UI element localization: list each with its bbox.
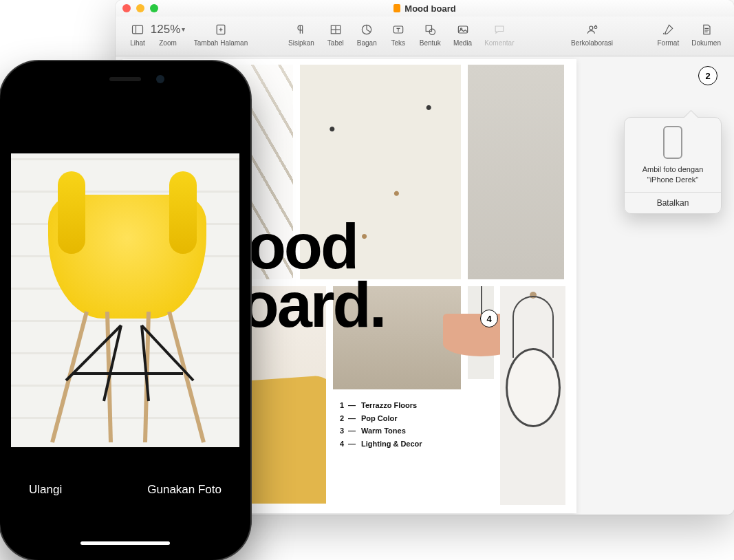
- svg-line-25: [169, 312, 204, 442]
- continuity-camera-popover: Ambil foto dengan"iPhone Derek" Batalkan: [624, 117, 722, 214]
- zoom-value: 125%▾: [160, 22, 175, 37]
- collaborate-label: Berkolaborasi: [571, 39, 613, 47]
- comment-icon: [492, 22, 507, 37]
- mirror-circle: [506, 348, 561, 427]
- shape-label: Bentuk: [420, 39, 441, 47]
- svg-point-11: [429, 29, 435, 34]
- lamp-cord: [481, 286, 482, 314]
- document-label: Dokumen: [691, 39, 721, 47]
- table-icon: [328, 22, 343, 37]
- iphone-notch: [67, 71, 184, 90]
- speaker-icon: [109, 77, 141, 81]
- comment-label: Komentar: [484, 39, 514, 47]
- callout-4: 4: [480, 310, 498, 327]
- iphone-screen: Ulangi Gunakan Foto: [11, 71, 239, 550]
- retake-button[interactable]: Ulangi: [29, 483, 62, 497]
- legend-row: 2—Pop Color: [336, 412, 422, 425]
- text-label: Teks: [391, 39, 405, 47]
- shape-button[interactable]: Bentuk: [413, 19, 447, 54]
- legend-row: 4—Lighting & Decor: [336, 438, 422, 451]
- textbox-icon: [391, 22, 406, 37]
- svg-rect-0: [133, 25, 143, 34]
- piechart-icon: [359, 22, 374, 37]
- insert-label: Sisipkan: [288, 39, 314, 47]
- document-button[interactable]: Dokumen: [685, 19, 727, 54]
- home-indicator[interactable]: [80, 541, 170, 545]
- view-label: Lihat: [130, 39, 145, 47]
- sidebar-icon: [130, 22, 145, 37]
- legend-row: 1—Terrazzo Floors: [336, 399, 422, 412]
- collaborate-icon: [585, 22, 600, 37]
- shape-icon: [422, 22, 438, 37]
- minimize-window-button[interactable]: [136, 4, 144, 12]
- text-button[interactable]: Teks: [383, 19, 413, 54]
- svg-rect-10: [426, 25, 431, 31]
- iphone-device: Ulangi Gunakan Foto: [0, 61, 250, 560]
- callout-2: 2: [698, 66, 717, 85]
- insert-button[interactable]: Sisipkan: [282, 19, 321, 54]
- svg-point-15: [594, 25, 597, 28]
- zoom-label: Zoom: [159, 39, 177, 47]
- camera-bottom-bar: Ulangi Gunakan Foto: [11, 447, 239, 550]
- image-concrete: [468, 65, 564, 279]
- add-page-button[interactable]: Tambah Halaman: [183, 19, 259, 54]
- view-button[interactable]: Lihat: [122, 19, 153, 54]
- window-controls: [122, 4, 158, 12]
- paintbrush-icon: [660, 22, 676, 37]
- front-camera-icon: [156, 75, 164, 83]
- media-label: Media: [453, 39, 472, 47]
- window-title: Mood board: [116, 3, 734, 14]
- iphone-outline-icon: [663, 126, 682, 159]
- legend: 1—Terrazzo Floors 2—Pop Color 3—Warm Ton…: [336, 399, 422, 451]
- format-label: Format: [658, 39, 680, 47]
- toolbar: Lihat 125%▾ Zoom Tambah Halaman Sisipkan: [116, 17, 734, 56]
- camera-preview: [11, 153, 239, 449]
- chart-label: Bagan: [357, 39, 377, 47]
- media-button[interactable]: Media: [447, 19, 478, 54]
- svg-rect-12: [458, 26, 467, 33]
- collaborate-button[interactable]: Berkolaborasi: [561, 19, 624, 54]
- titlebar: Mood board: [116, 0, 734, 17]
- table-label: Tabel: [327, 39, 344, 47]
- comment-button[interactable]: Komentar: [478, 19, 520, 54]
- popover-message: Ambil foto dengan"iPhone Derek": [625, 164, 721, 192]
- iphone-frame: Ulangi Gunakan Foto: [0, 61, 250, 560]
- document-icon: [393, 4, 400, 12]
- format-button[interactable]: Format: [651, 19, 686, 54]
- legend-row: 3—Warm Tones: [336, 424, 422, 438]
- image-mirror: [500, 286, 565, 505]
- table-button[interactable]: Tabel: [321, 19, 351, 54]
- use-photo-button[interactable]: Gunakan Foto: [147, 483, 222, 497]
- image-pendant-lamp: [468, 286, 494, 379]
- image-icon: [455, 22, 471, 37]
- pilcrow-icon: [294, 22, 309, 37]
- plus-page-icon: [213, 22, 228, 37]
- popover-cancel-button[interactable]: Batalkan: [625, 192, 721, 213]
- preview-chair-legs: [39, 305, 217, 449]
- preview-yellow-chair: [48, 195, 206, 319]
- svg-point-14: [589, 26, 592, 30]
- fullscreen-window-button[interactable]: [150, 4, 158, 12]
- document-page-icon: [699, 22, 714, 37]
- close-window-button[interactable]: [122, 4, 131, 12]
- add-page-label: Tambah Halaman: [194, 39, 248, 47]
- chart-button[interactable]: Bagan: [351, 19, 383, 54]
- zoom-button[interactable]: 125%▾ Zoom: [153, 19, 183, 54]
